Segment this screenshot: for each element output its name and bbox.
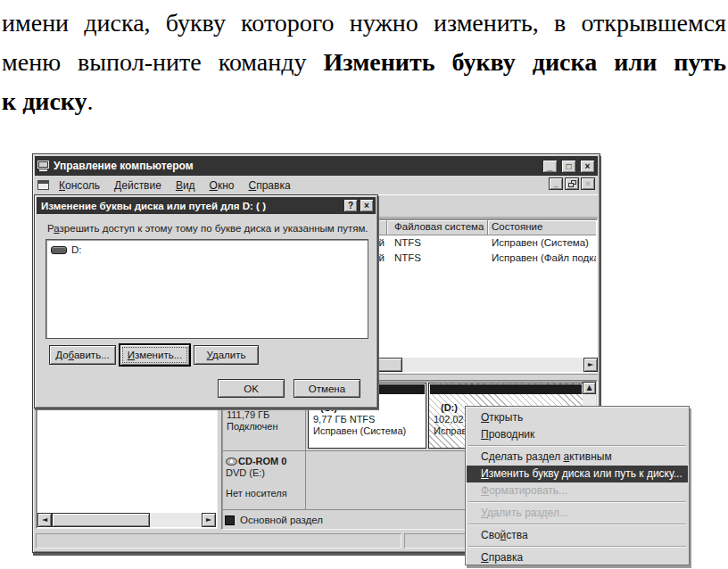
context-menu: Открыть Проводник Сделать раздел активны… bbox=[465, 406, 690, 565]
disk0-status: Подключен bbox=[227, 421, 303, 433]
page: имени диска, букву которого нужно измени… bbox=[0, 0, 728, 569]
dialog-description: Разрешить доступ к этому тому по букве д… bbox=[47, 223, 368, 234]
column-header-filesystem[interactable]: Файловая система bbox=[387, 220, 488, 235]
cancel-button[interactable]: Отмена bbox=[294, 379, 360, 398]
scroll-left-icon: ◄ bbox=[42, 516, 47, 524]
label-fragment: С bbox=[481, 551, 489, 564]
context-menu-item-format: Форматировать... bbox=[467, 482, 688, 499]
mdi-close-button: × bbox=[581, 177, 595, 190]
dialog-close-button[interactable]: × bbox=[360, 199, 374, 212]
ok-button[interactable]: OK bbox=[218, 379, 285, 398]
menu-label: ид bbox=[183, 179, 195, 192]
menu-label: онсоль bbox=[65, 179, 100, 192]
window-title: Управление компьютером bbox=[54, 160, 539, 172]
scroll-right-button[interactable]: ► bbox=[202, 513, 216, 527]
paragraph-line-3-command: к диску bbox=[2, 87, 87, 115]
dialog-title: Изменение буквы диска или путей для D: (… bbox=[41, 201, 342, 211]
label-fragment: П bbox=[481, 428, 489, 441]
instruction-paragraph: имени диска, букву которого нужно измени… bbox=[2, 4, 726, 121]
context-menu-item-mark-active[interactable]: Сделать раздел активным bbox=[467, 449, 688, 466]
paragraph-line-2: меню выпол-ните команду Изменить букву д… bbox=[2, 43, 726, 82]
change-button[interactable]: Изменить... bbox=[120, 344, 190, 366]
label-fragment: До bbox=[55, 350, 68, 360]
maximize-button[interactable]: □ bbox=[561, 160, 576, 173]
menu-separator bbox=[468, 546, 686, 548]
menu-deystvie[interactable]: Действие bbox=[107, 177, 169, 194]
paragraph-line-3: к диску. bbox=[2, 82, 726, 121]
scroll-left-button[interactable]: ◄ bbox=[37, 513, 52, 527]
drive-letter-listbox[interactable]: D: bbox=[46, 239, 368, 339]
volume-cell-filesystem: NTFS bbox=[387, 252, 488, 267]
disk0-size: 111,79 ГБ bbox=[227, 409, 303, 421]
menu-vid[interactable]: Вид bbox=[169, 177, 203, 194]
menu-separator bbox=[468, 524, 686, 525]
scroll-up-button[interactable]: ▲ bbox=[583, 382, 596, 394]
scroll-right-button[interactable]: ► bbox=[583, 358, 598, 372]
restore-icon bbox=[568, 180, 576, 187]
dialog-titlebar[interactable]: Изменение буквы диска или путей для D: (… bbox=[37, 197, 376, 214]
add-button[interactable]: Добавить... bbox=[49, 345, 116, 365]
paragraph-line-1: имени диска, букву которого нужно измени… bbox=[2, 4, 726, 43]
scroll-up-icon: ▲ bbox=[586, 384, 592, 392]
context-menu-item-open[interactable]: Открыть bbox=[467, 409, 688, 426]
label-fragment: ткрыть bbox=[489, 411, 523, 424]
drive-letter-item-d[interactable]: D: bbox=[46, 240, 368, 255]
volume-cell-status: Исправен (Система) bbox=[488, 236, 596, 252]
menu-okno[interactable]: Окно bbox=[203, 177, 242, 194]
mdi-window-controls: _ × bbox=[549, 177, 595, 190]
menu-konsol[interactable]: Консоль bbox=[52, 177, 107, 194]
menu-bar: Консоль Действие Вид Окно Справка _ × bbox=[35, 176, 598, 194]
label-fragment: авить... bbox=[74, 350, 110, 360]
menu-label: О bbox=[210, 179, 218, 192]
volume-c-detail: 9,77 ГБ NTFS bbox=[313, 414, 426, 425]
label-fragment: далить bbox=[212, 350, 246, 360]
tree-horizontal-scrollbar[interactable]: ◄ ► bbox=[37, 513, 216, 527]
computer-icon bbox=[37, 161, 50, 171]
label-fragment: У bbox=[481, 507, 487, 519]
column-header-status[interactable]: Состояние bbox=[488, 220, 596, 235]
scroll-right-icon: ► bbox=[588, 361, 593, 368]
context-menu-item-change-drive-letter[interactable]: Изменить букву диска или путь к диску... bbox=[467, 466, 688, 482]
drive-letter-label: D: bbox=[71, 244, 82, 255]
cdrom-name: CD-ROM 0 bbox=[238, 456, 286, 467]
context-menu-item-explorer[interactable]: Проводник bbox=[467, 426, 688, 443]
volume-d-color-bar bbox=[430, 384, 582, 394]
legend-primary-partition: Основной раздел bbox=[225, 512, 323, 528]
label-fragment: зменить букву диска или путь к диску... bbox=[489, 467, 682, 480]
paragraph-line-2-normal: меню выпол-ните команду bbox=[2, 48, 324, 76]
paragraph-line-3-period: . bbox=[87, 87, 94, 115]
volume-cell-status: Исправен (Файл подкач bbox=[488, 252, 596, 267]
scrollbar-thumb[interactable] bbox=[52, 513, 150, 527]
remove-button[interactable]: Удалить bbox=[194, 345, 259, 365]
console-window-icon bbox=[37, 180, 49, 190]
label-fragment: Сво bbox=[481, 529, 500, 541]
mdi-restore-button[interactable] bbox=[565, 177, 579, 190]
label-fragment: зрешить доступ к этому тому по букве дис… bbox=[60, 223, 368, 234]
menu-label: ействие bbox=[121, 179, 161, 192]
context-menu-item-properties[interactable]: Свойства bbox=[467, 527, 688, 544]
label-fragment: зменить... bbox=[135, 350, 182, 360]
hard-drive-icon bbox=[51, 246, 67, 254]
context-menu-item-delete-partition: Удалить раздел... bbox=[467, 505, 688, 522]
minimize-button[interactable]: _ bbox=[542, 160, 558, 173]
label-fragment: правка bbox=[489, 551, 523, 564]
menu-spravka[interactable]: Справка bbox=[242, 177, 298, 194]
window-titlebar[interactable]: Управление компьютером _ □ × bbox=[35, 156, 598, 176]
help-button[interactable]: ? bbox=[343, 199, 358, 212]
cd-rom-icon bbox=[226, 458, 237, 466]
cdrom-info[interactable]: CD-ROM 0 DVD (E:) Нет носителя bbox=[223, 452, 303, 508]
volume-c-status: Исправен (Система) bbox=[313, 425, 426, 437]
mdi-minimize-button[interactable]: _ bbox=[549, 177, 563, 190]
cdrom-title: CD-ROM 0 bbox=[226, 456, 303, 467]
close-button[interactable]: × bbox=[580, 160, 595, 173]
volume-cell-filesystem: NTFS bbox=[387, 236, 488, 252]
status-bar-section bbox=[36, 533, 401, 548]
context-menu-item-help[interactable]: Справка bbox=[467, 549, 688, 566]
label-fragment: далить раздел... bbox=[487, 507, 568, 519]
label-fragment: И bbox=[481, 467, 489, 480]
menu-label: правка bbox=[256, 179, 290, 192]
label-fragment: ктивным bbox=[569, 450, 611, 463]
label-fragment: Сделать раздел bbox=[481, 450, 564, 463]
cdrom-drive: DVD (E:) bbox=[226, 467, 303, 479]
menu-separator bbox=[468, 445, 686, 447]
